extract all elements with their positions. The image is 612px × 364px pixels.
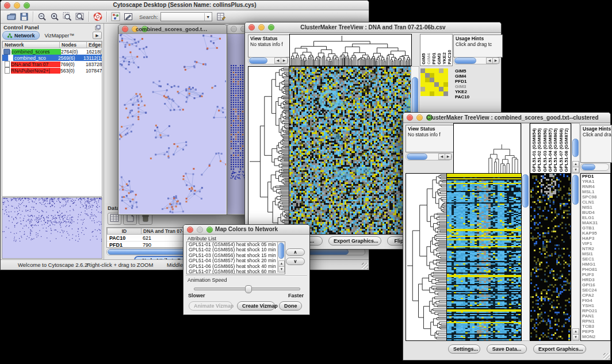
move-up-button[interactable]: ∧ <box>286 248 305 256</box>
matrix-cell[interactable] <box>420 68 425 73</box>
zoom-in-icon[interactable] <box>49 12 60 22</box>
gene-label[interactable]: PFD1 <box>455 79 498 84</box>
scroll-down-icon[interactable]: ▼ <box>572 167 579 173</box>
column-labels-vscrollbar[interactable]: ▲ ▼ <box>571 123 580 174</box>
view-status-hscrollbar[interactable]: ◀ ▶ <box>248 57 288 64</box>
column-dendrogram[interactable] <box>453 123 521 174</box>
gene-label[interactable]: YSH1 <box>582 303 610 308</box>
matrix-cell[interactable] <box>430 73 434 78</box>
tab-network[interactable]: Network <box>2 31 40 40</box>
annotation-icon[interactable] <box>123 12 134 22</box>
gene-label[interactable]: GPI16 <box>582 282 610 288</box>
gene-label[interactable]: HMG1 <box>582 262 610 267</box>
attribute-browser-icon[interactable] <box>216 12 227 22</box>
search-input[interactable] <box>161 13 204 20</box>
gene-label[interactable]: RPO21 <box>582 308 610 313</box>
gene-label[interactable]: KAP95 <box>582 231 610 236</box>
global-heatmap[interactable] <box>289 66 411 235</box>
matrix-cell[interactable] <box>443 82 448 87</box>
matrix-cell[interactable] <box>430 87 434 91</box>
gene-label[interactable]: SEC24 <box>582 288 610 293</box>
gene-label[interactable]: GIM5 <box>455 68 498 74</box>
network-row[interactable]: combined_scores2764(0)16218(0) <box>2 48 102 55</box>
treeview2-titlebar[interactable]: ClusterMaker TreeView : combined_scores_… <box>403 113 610 123</box>
matrix-cell[interactable] <box>434 91 439 96</box>
matrix-cell[interactable] <box>430 82 434 87</box>
gene-label[interactable]: MON2 <box>582 334 610 339</box>
matrix-cell[interactable] <box>425 68 430 73</box>
scroll-right-icon[interactable]: ▶ <box>445 154 452 160</box>
move-down-button[interactable]: ∨ <box>286 258 305 265</box>
matrix-cell[interactable] <box>425 91 430 96</box>
tab-vizmapper[interactable]: VizMapper™ <box>41 33 78 39</box>
animation-speed-slider[interactable] <box>194 288 300 290</box>
matrix-cell[interactable] <box>443 87 448 91</box>
close-button[interactable] <box>122 26 128 32</box>
list-vscrollbar[interactable]: ▲ ▼ <box>277 242 285 273</box>
slider-thumb[interactable] <box>245 285 252 293</box>
gene-label[interactable]: CLN1 <box>582 200 610 205</box>
matrix-cell[interactable] <box>430 78 434 82</box>
matrix-cell[interactable] <box>434 87 439 91</box>
close-button[interactable] <box>231 26 237 32</box>
gene-label[interactable]: BUD4 <box>582 210 610 215</box>
chevron-down-icon[interactable]: ▼ <box>204 13 212 21</box>
network-row[interactable]: combined_sco2569(6)13112(15) <box>2 55 102 61</box>
gene-label[interactable]: GIM4 <box>455 74 498 79</box>
close-button[interactable] <box>407 114 413 121</box>
gene-list-vscrollbar[interactable]: ▲ ▼ <box>571 173 580 341</box>
gene-label[interactable]: PEP5 <box>582 329 610 334</box>
gene-label[interactable]: NTR2 <box>582 246 610 251</box>
gene-label[interactable]: TCB3 <box>582 324 610 329</box>
attribute-listbox[interactable]: ▲ ▼ GPL51-01 (GSM854) heat shock 05 minG… <box>186 242 285 274</box>
gene-label[interactable]: MSL1 <box>582 189 610 194</box>
gene-label[interactable]: PAN1 <box>582 313 610 319</box>
done-button[interactable]: Done <box>279 301 302 311</box>
matrix-cell[interactable] <box>420 82 425 87</box>
matrix-cell[interactable] <box>420 78 425 82</box>
zoom-fit-icon[interactable] <box>74 12 86 22</box>
resize-grip[interactable] <box>603 353 610 359</box>
network-canvas[interactable] <box>119 34 226 214</box>
gene-label[interactable]: MSI1 <box>582 251 610 256</box>
zoom-selected-icon[interactable] <box>62 12 73 22</box>
matrix-cell[interactable] <box>420 73 425 78</box>
gene-label[interactable]: GTB1 <box>582 225 610 231</box>
float-panel-icon[interactable] <box>95 22 101 33</box>
gene-label[interactable]: ELG1 <box>582 215 610 220</box>
gene-label[interactable]: VIP1 <box>582 241 610 246</box>
view-status-hscrollbar[interactable]: ◀ ▶ <box>406 153 452 160</box>
gene-label[interactable]: PUF3 <box>582 272 610 277</box>
zoom-heatmap-matrix[interactable] <box>420 68 448 96</box>
matrix-cell[interactable] <box>439 91 443 96</box>
scroll-down-icon[interactable]: ▼ <box>572 334 579 340</box>
gene-label[interactable]: PFD1 <box>582 174 610 179</box>
network-row[interactable]: DNA and Tran 07769(0)183728(0) <box>2 61 102 67</box>
close-button[interactable] <box>248 24 255 30</box>
save-data-button[interactable]: Save Data... <box>487 344 527 354</box>
network-overview-canvas[interactable] <box>2 198 102 258</box>
matrix-cell[interactable] <box>425 87 430 91</box>
global-heatmap[interactable] <box>446 173 522 341</box>
treeview1-titlebar[interactable]: ClusterMaker TreeView : DNA and Tran 07-… <box>245 22 501 33</box>
matrix-cell[interactable] <box>443 91 448 96</box>
gene-label[interactable]: SEC1 <box>582 256 610 262</box>
matrix-cell[interactable] <box>439 82 443 87</box>
matrix-cell[interactable] <box>443 68 448 73</box>
zoom-out-icon[interactable] <box>36 12 48 22</box>
create-vizmap-button[interactable]: Create Vizmap <box>237 301 275 311</box>
matrix-cell[interactable] <box>443 73 448 78</box>
scroll-right-icon[interactable]: ▶ <box>492 58 499 64</box>
close-button[interactable] <box>187 227 193 233</box>
gene-label[interactable]: YKE2 <box>455 89 498 94</box>
gene-label[interactable]: HRD3 <box>582 277 610 282</box>
gene-label[interactable]: SPC98 <box>582 194 610 200</box>
export-graphics-button[interactable]: Export Graphics... <box>328 236 381 246</box>
main-titlebar[interactable]: Cytoscape Desktop (Session Name: collins… <box>1 1 369 10</box>
matrix-cell[interactable] <box>434 68 439 73</box>
matrix-cell[interactable] <box>420 87 425 91</box>
gene-label[interactable]: NIS1 <box>582 205 610 210</box>
network-row[interactable]: RNAPuberNov2+|563(0)107847(0) <box>2 67 102 74</box>
gene-label[interactable]: GIM3 <box>455 84 498 89</box>
gene-label[interactable]: PAC10 <box>455 94 498 99</box>
